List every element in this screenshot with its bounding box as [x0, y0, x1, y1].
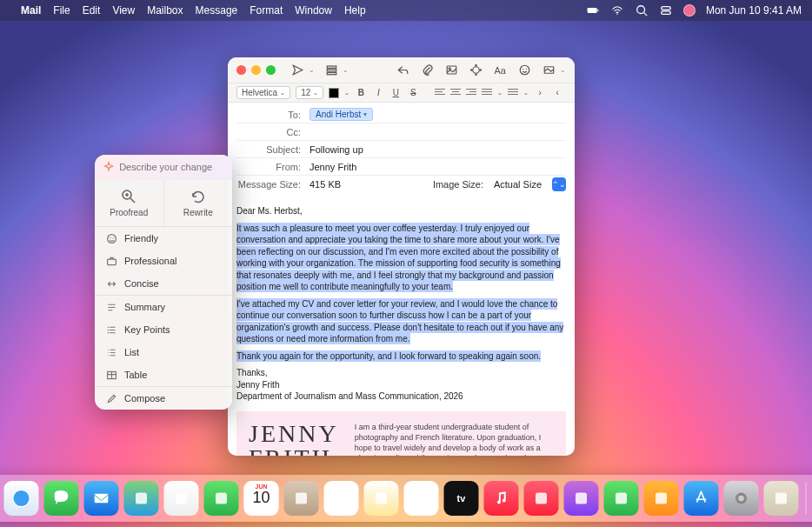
dock-contacts[interactable] — [284, 481, 319, 516]
action-list[interactable]: List — [95, 341, 232, 364]
arrows-in-icon — [105, 277, 117, 290]
zoom-button[interactable] — [266, 65, 276, 75]
text-color-caret[interactable]: ⌄ — [344, 90, 349, 97]
menu-edit[interactable]: Edit — [83, 4, 101, 17]
body-p1: It was such a pleasure to meet you over … — [236, 223, 561, 293]
dock-maps[interactable] — [124, 481, 159, 516]
menu-clock[interactable]: Mon Jun 10 9:41 AM — [706, 4, 802, 17]
action-compose[interactable]: Compose — [95, 387, 232, 410]
close-button[interactable] — [236, 65, 246, 75]
menu-help[interactable]: Help — [344, 4, 366, 17]
photo-browser-caret[interactable]: ⌄ — [560, 66, 566, 74]
user-avatar-icon[interactable] — [683, 4, 696, 17]
dock-mail[interactable] — [84, 481, 119, 516]
message-body[interactable]: Dear Ms. Herbst, It was such a pleasure … — [228, 198, 575, 456]
format-icon[interactable] — [469, 63, 484, 78]
indent-left-button[interactable]: ‹ — [551, 88, 563, 97]
dock-passwords[interactable] — [764, 481, 799, 516]
text-style-icon[interactable]: Aa — [493, 63, 508, 78]
send-icon[interactable] — [290, 63, 305, 78]
dock-appstore[interactable] — [684, 481, 719, 516]
app-name[interactable]: Mail — [21, 4, 41, 17]
image-size-select[interactable]: ⌃⌄ — [552, 177, 566, 191]
dock-photos[interactable] — [164, 481, 199, 516]
emoji-icon[interactable] — [516, 63, 532, 78]
battery-icon[interactable] — [586, 3, 600, 17]
dock-music[interactable] — [484, 481, 519, 516]
menu-window[interactable]: Window — [295, 4, 332, 17]
describe-change-row — [95, 155, 232, 180]
describe-change-input[interactable] — [119, 162, 223, 172]
dock-facetime[interactable] — [204, 481, 239, 516]
font-family-select[interactable]: Helvetica⌄ — [236, 86, 290, 99]
subject-field[interactable]: Following up — [309, 144, 566, 155]
body-signoff-dept: Department of Journalism and Mass Commun… — [236, 390, 566, 403]
spotlight-icon[interactable] — [635, 3, 649, 17]
tone-concise[interactable]: Concise — [95, 272, 232, 295]
window-titlebar[interactable]: ⌄ ⌄ Aa ⌄ — [228, 57, 575, 83]
list-caret[interactable]: ⌄ — [523, 90, 529, 97]
svg-rect-7 — [327, 70, 336, 71]
resume-bio: I am a third-year student undergraduate … — [355, 422, 554, 457]
svg-rect-35 — [95, 494, 109, 503]
svg-point-3 — [637, 6, 645, 14]
action-summary[interactable]: Summary — [95, 296, 232, 318]
align-justify-button[interactable] — [482, 89, 492, 97]
rewrite-icon — [190, 189, 206, 204]
rewrite-button[interactable]: Rewrite — [163, 180, 233, 226]
menu-view[interactable]: View — [112, 4, 135, 17]
menu-message[interactable]: Message — [196, 4, 238, 17]
photo-browser-icon[interactable] — [541, 63, 556, 78]
menu-file[interactable]: File — [53, 4, 70, 17]
insert-image-icon[interactable] — [444, 63, 460, 78]
to-field[interactable]: Andi Herbst — [309, 108, 566, 121]
align-caret[interactable]: ⌄ — [497, 90, 503, 97]
attach-icon[interactable] — [420, 63, 436, 78]
svg-point-15 — [480, 70, 482, 71]
align-center-button[interactable] — [450, 89, 461, 97]
align-left-button[interactable] — [435, 89, 445, 97]
send-options-caret[interactable]: ⌄ — [309, 66, 315, 74]
svg-rect-42 — [416, 493, 427, 504]
dock-calendar[interactable]: JUN10 — [244, 481, 279, 516]
dock-news[interactable] — [524, 481, 559, 516]
reply-icon[interactable] — [396, 63, 411, 78]
control-center-icon[interactable] — [659, 3, 673, 17]
dock-pages[interactable] — [644, 481, 679, 516]
text-color-swatch[interactable] — [329, 88, 339, 98]
format-bar: Helvetica⌄ 12⌄ ⌄ B I U S ⌄ ⌄ › ‹ — [228, 83, 575, 103]
menu-mailbox[interactable]: Mailbox — [147, 4, 183, 17]
bold-button[interactable]: B — [355, 88, 367, 97]
font-size-select[interactable]: 12⌄ — [296, 86, 323, 99]
header-fields-caret[interactable]: ⌄ — [343, 66, 349, 74]
dock-podcasts[interactable] — [564, 481, 599, 516]
from-label: From: — [236, 162, 309, 172]
dock-messages[interactable] — [44, 481, 79, 516]
dock-safari[interactable] — [4, 481, 39, 516]
tone-professional[interactable]: Professional — [95, 250, 232, 272]
list-button[interactable] — [508, 89, 518, 97]
header-fields-icon[interactable] — [323, 63, 339, 78]
strike-button[interactable]: S — [407, 88, 419, 97]
action-keypoints[interactable]: Key Points — [95, 318, 232, 341]
resume-attachment[interactable]: JENNY FRITH I am a third-year student un… — [236, 411, 566, 457]
dock-freeform[interactable] — [404, 481, 439, 516]
tone-friendly[interactable]: Friendly — [95, 227, 232, 250]
indent-right-button[interactable]: › — [534, 88, 546, 97]
align-right-button[interactable] — [466, 89, 476, 97]
underline-button[interactable]: U — [389, 88, 402, 97]
wifi-icon[interactable] — [610, 3, 624, 17]
action-table[interactable]: Table — [95, 364, 232, 386]
message-size-label: Message Size: — [236, 179, 309, 190]
dock-numbers[interactable] — [604, 481, 639, 516]
menu-format[interactable]: Format — [250, 4, 283, 17]
dock-notes[interactable] — [364, 481, 399, 516]
italic-button[interactable]: I — [372, 88, 384, 97]
dock-settings[interactable] — [724, 481, 759, 516]
from-field[interactable]: Jenny Frith — [309, 162, 566, 172]
dock-tv[interactable]: tv — [444, 481, 479, 516]
dock-reminders[interactable] — [324, 481, 359, 516]
proofread-button[interactable]: Proofread — [95, 180, 163, 226]
minimize-button[interactable] — [251, 65, 261, 75]
recipient-pill[interactable]: Andi Herbst — [309, 108, 373, 121]
